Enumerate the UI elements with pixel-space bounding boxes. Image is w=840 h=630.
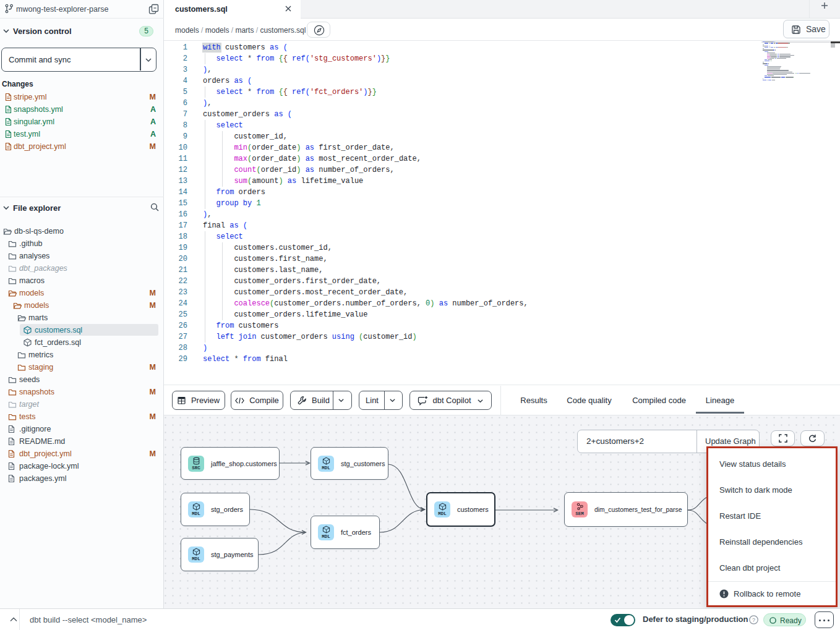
svg-text:?: ?: [752, 617, 755, 623]
